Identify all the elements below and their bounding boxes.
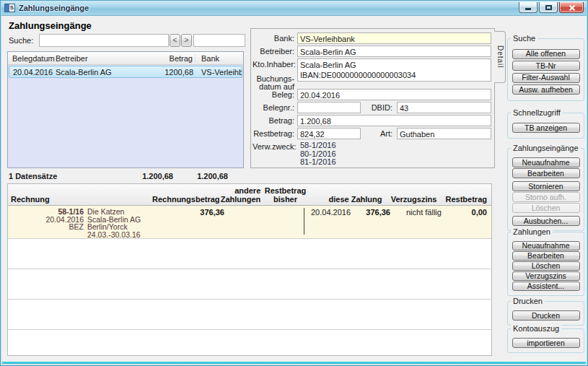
page-title: Zahlungseingänge [9,20,92,31]
column-header-restbetrag[interactable]: Restbetrag [446,195,491,204]
verwzweck-value: 58-1/2016 80-1/2016 81-1/2016 [297,141,491,167]
tb-nr-button[interactable]: TB-Nr [512,61,580,71]
storno-aufheben-button[interactable]: Storno aufh. [512,192,580,202]
restbetrag-row: Restbetrag: 824,32 Art: Guthaben [253,128,491,139]
payment-date: 20.04.2016 [311,208,366,235]
invoice-status: BEZ [8,223,84,231]
column-header-betreiber[interactable]: Betreiber [56,54,145,63]
search-row: Suche: < > [9,33,245,47]
maximize-icon [545,5,552,10]
window-bottom-accent [2,362,586,364]
bank-row: Bank: VS-Verleihbank [253,32,491,44]
invoice-this-payment: 20.04.2016 376,36 [304,208,390,235]
verwzweck-label: Verw.zweck: [253,141,297,151]
stornieren-button[interactable]: Stornieren [512,181,580,191]
invoice-row-empty [8,300,491,330]
search-input[interactable] [39,34,169,47]
restbetrag-field[interactable]: 824,32 [297,128,361,139]
payment-row-selected[interactable]: 20.04.2016 Scala-Berlin AG 1200,68 VS-Ve… [9,66,242,78]
belegnr-row: Belegnr.: DBID: 43 [253,102,491,113]
column-header-belegdatum[interactable]: Belegdatum [8,54,56,63]
verzugszins-button[interactable]: Verzugszins [512,271,580,281]
invoice-row[interactable]: 58-1/16 20.04.2016 BEZ Die Katzen Scala-… [8,206,491,239]
betreiber-field[interactable]: Scala-Berlin AG [297,45,491,57]
payment-bank: VS-Verleihb... [196,68,242,77]
drucken-button[interactable]: Drucken [512,310,580,321]
column-header-andere-zahlungen[interactable]: andere Zahlungen [220,186,261,204]
kto-inhaber-field[interactable]: Scala-Berlin AG IBAN:DE00000000000000030… [297,58,491,82]
verwzweck-row: Verw.zweck: 58-1/2016 80-1/2016 81-1/201… [253,141,491,167]
importieren-button[interactable]: importieren [512,338,580,348]
invoice-rest-amount: 0,00 [455,208,491,238]
ze-neuaufnahme-button[interactable]: Neuaufnahme [512,157,580,167]
column-header-rechnung[interactable]: Rechnung [8,195,149,204]
dbid-field[interactable]: 43 [397,102,491,113]
assistent-button[interactable]: Assistent... [512,282,580,291]
restbetrag-label: Restbetrag: [253,128,297,138]
invoice-table-header: Rechnung Rechnungsbetrag andere Zahlunge… [8,184,491,206]
column-header-rechnungsbetrag[interactable]: Rechnungsbetrag [149,195,220,204]
titlebar: S Zahlungseingänge [1,1,587,16]
payment-betrag: 1200,68 [145,68,196,77]
bank-field[interactable]: VS-Verleihbank [297,32,491,44]
group-kontoauszug: Kontoauszug importieren [507,328,584,353]
column-header-restbetrag-bisher[interactable]: Restbetrag bisher [260,186,310,204]
group-schnellzugriff-label: Schnellzugriff [511,108,563,117]
app-icon: S [4,4,15,12]
betrag-row: Betrag: 1.200,68 [253,115,491,126]
invoice-rest-before [266,208,304,238]
minimize-button[interactable] [519,2,537,13]
betrag-label: Betrag: [253,115,297,125]
payments-list: Belegdatum Betreiber Betrag Bank 20.04.2… [7,51,244,168]
z-loeschen-button[interactable]: Löschen [512,261,580,271]
tab-detail[interactable]: Detail [494,31,506,83]
search-prev-button[interactable]: < [170,34,180,47]
buchungsdatum-label: Buchungs- datum auf Beleg: [253,74,297,100]
ze-bearbeiten-button[interactable]: Bearbeiten [512,168,580,178]
payments-list-footer: 1 Datensätze 1.200,68 1.200,68 [7,170,244,180]
detail-panel: Bank: VS-Verleihbank Betreiber: Scala-Be… [250,28,495,168]
app-window: S Zahlungseingänge Zahlungseingänge Such… [0,0,588,366]
column-header-betrag[interactable]: Betrag [145,54,196,63]
group-schnellzugriff: Schnellzugriff TB anzeigen [507,113,584,139]
column-header-bank[interactable]: Bank [196,54,243,63]
invoice-other-payments [224,208,266,238]
group-zahlungseingaenge: Zahlungseingänge Neuaufnahme Bearbeiten … [507,148,584,231]
column-header-verzugszins[interactable]: Verzugszins [382,195,446,204]
betrag-field[interactable]: 1.200,68 [297,115,491,126]
window-title: Zahlungseingänge [19,4,89,12]
invoice-amount: 376,36 [152,208,224,238]
search-next-button[interactable]: > [181,34,192,47]
betreiber-label: Betreiber: [253,45,297,56]
filter-auswahl-button[interactable]: Filter-Auswahl [512,73,580,83]
tab-detail-label: Detail [496,45,504,69]
column-header-diese-zahlung[interactable]: diese Zahlung [310,195,382,204]
close-button[interactable] [559,2,584,13]
z-bearbeiten-button[interactable]: Bearbeiten [512,251,580,261]
buchungsdatum-field[interactable]: 20.04.2016 [297,89,491,100]
group-kontoauszug-label: Kontoauszug [511,324,561,333]
ausbuchen-button[interactable]: Ausbuchen... [512,216,580,226]
invoice-late-interest: nicht fällig [390,208,455,238]
belegnr-field[interactable] [297,102,361,113]
invoice-table: Rechnung Rechnungsbetrag andere Zahlunge… [7,183,492,356]
group-drucken-label: Drucken [511,297,545,305]
invoice-meta: 58-1/16 20.04.2016 BEZ [8,208,87,238]
search-label: Suche: [9,36,39,45]
maximize-button[interactable] [539,2,558,13]
bank-label: Bank: [253,32,297,43]
betreiber-row: Betreiber: Scala-Berlin AG [253,45,491,57]
ze-loeschen-button[interactable]: Löschen [512,203,580,213]
ausw-aufheben-button[interactable]: Ausw. aufheben [512,84,580,95]
alle-offenen-button[interactable]: Alle offenen [512,49,580,59]
payment-amount: 376,36 [366,208,390,235]
group-suche-label: Suche [511,34,537,43]
tb-anzeigen-button[interactable]: TB anzeigen [512,123,580,133]
z-neuaufnahme-button[interactable]: Neuaufnahme [512,241,580,250]
invoice-number: 58-1/16 [8,208,84,216]
window-controls [519,1,584,13]
dbid-label: DBID: [361,102,397,112]
invoice-customer: Die Katzen Scala-Berlin AG Berlin/Yorck … [87,208,152,238]
search-secondary-input[interactable] [193,34,245,47]
art-field[interactable]: Guthaben [397,128,491,139]
